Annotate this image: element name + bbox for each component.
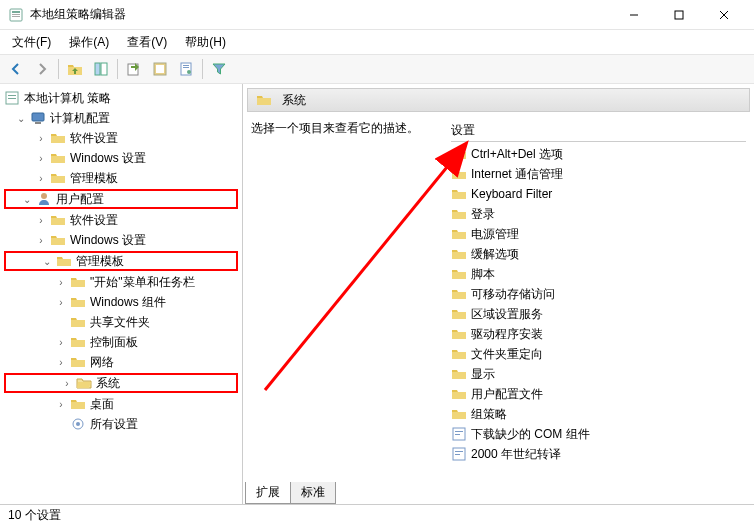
back-button[interactable] — [4, 57, 28, 81]
settings-column-header[interactable]: 设置 — [451, 120, 746, 142]
tree-uc-software[interactable]: ›软件设置 — [0, 210, 242, 230]
list-item[interactable]: Ctrl+Alt+Del 选项 — [451, 144, 746, 164]
tree-system[interactable]: ›系统 — [4, 373, 238, 393]
list-item[interactable]: 组策略 — [451, 404, 746, 424]
folder-icon — [451, 246, 467, 262]
menu-help[interactable]: 帮助(H) — [177, 32, 234, 53]
list-item-label: 缓解选项 — [471, 246, 519, 263]
folder-open-icon — [76, 375, 92, 391]
tree-control-panel[interactable]: ›控制面板 — [0, 332, 242, 352]
list-item[interactable]: Keyboard Filter — [451, 184, 746, 204]
minimize-button[interactable] — [611, 0, 656, 30]
expander-icon[interactable]: › — [54, 355, 68, 369]
expander-icon[interactable]: › — [60, 376, 74, 390]
tree-computer-config[interactable]: ⌄ 计算机配置 — [0, 108, 242, 128]
forward-button[interactable] — [30, 57, 54, 81]
svg-rect-19 — [8, 98, 16, 99]
list-item[interactable]: Internet 通信管理 — [451, 164, 746, 184]
details-pane: 系统 选择一个项目来查看它的描述。 设置 Ctrl+Alt+Del 选项Inte… — [243, 84, 754, 504]
folder-icon — [256, 92, 272, 108]
expander-icon[interactable]: ⌄ — [40, 254, 54, 268]
toolbar — [0, 54, 754, 84]
expander-icon[interactable]: › — [54, 295, 68, 309]
settings-list[interactable]: 设置 Ctrl+Alt+Del 选项Internet 通信管理Keyboard … — [451, 120, 746, 500]
svg-rect-12 — [156, 65, 164, 73]
expander-icon[interactable]: › — [54, 275, 68, 289]
filter-button[interactable] — [207, 57, 231, 81]
expander-icon[interactable]: › — [34, 151, 48, 165]
list-item[interactable]: 文件夹重定向 — [451, 344, 746, 364]
list-item-label: 电源管理 — [471, 226, 519, 243]
expander-icon[interactable]: ⌄ — [14, 111, 28, 125]
list-item[interactable]: 脚本 — [451, 264, 746, 284]
tree-pane[interactable]: 本地计算机 策略 ⌄ 计算机配置 ›软件设置 ›Windows 设置 ›管理模板… — [0, 84, 243, 504]
tree-uc-windows[interactable]: ›Windows 设置 — [0, 230, 242, 250]
list-item[interactable]: 电源管理 — [451, 224, 746, 244]
svg-rect-2 — [12, 14, 20, 15]
tree-start-menu[interactable]: ›"开始"菜单和任务栏 — [0, 272, 242, 292]
tab-standard[interactable]: 标准 — [290, 482, 336, 504]
list-item-label: Ctrl+Alt+Del 选项 — [471, 146, 563, 163]
list-item[interactable]: 2000 年世纪转译 — [451, 444, 746, 464]
tree-cc-software[interactable]: ›软件设置 — [0, 128, 242, 148]
tree-uc-templates[interactable]: ⌄管理模板 — [4, 251, 238, 271]
menu-view[interactable]: 查看(V) — [119, 32, 175, 53]
close-button[interactable] — [701, 0, 746, 30]
expander-icon[interactable]: › — [34, 233, 48, 247]
list-item[interactable]: 驱动程序安装 — [451, 324, 746, 344]
folder-icon — [451, 286, 467, 302]
expander-icon[interactable]: › — [54, 397, 68, 411]
maximize-button[interactable] — [656, 0, 701, 30]
tree-desktop[interactable]: ›桌面 — [0, 394, 242, 414]
svg-rect-8 — [95, 63, 100, 75]
list-item-label: 驱动程序安装 — [471, 326, 543, 343]
settings-icon — [70, 416, 86, 432]
tree-user-config[interactable]: ⌄ 用户配置 — [4, 189, 238, 209]
list-item[interactable]: 用户配置文件 — [451, 384, 746, 404]
list-item[interactable]: 显示 — [451, 364, 746, 384]
list-item[interactable]: 区域设置服务 — [451, 304, 746, 324]
list-item-label: 区域设置服务 — [471, 306, 543, 323]
svg-rect-1 — [12, 11, 20, 13]
up-button[interactable] — [63, 57, 87, 81]
svg-rect-30 — [455, 454, 460, 455]
tree-cc-windows[interactable]: ›Windows 设置 — [0, 148, 242, 168]
expander-icon[interactable]: › — [34, 213, 48, 227]
tree-shared-folders[interactable]: 共享文件夹 — [0, 312, 242, 332]
menu-action[interactable]: 操作(A) — [61, 32, 117, 53]
status-text: 10 个设置 — [8, 507, 61, 524]
folder-icon — [56, 253, 72, 269]
svg-rect-15 — [183, 67, 189, 68]
tab-extended[interactable]: 扩展 — [245, 482, 291, 504]
view-tabs: 扩展 标准 — [245, 482, 335, 504]
folder-icon — [70, 334, 86, 350]
properties-button[interactable] — [174, 57, 198, 81]
list-item[interactable]: 登录 — [451, 204, 746, 224]
expander-icon[interactable]: › — [34, 131, 48, 145]
expander-icon[interactable]: › — [34, 171, 48, 185]
refresh-button[interactable] — [148, 57, 172, 81]
menu-file[interactable]: 文件(F) — [4, 32, 59, 53]
tree-cc-templates[interactable]: ›管理模板 — [0, 168, 242, 188]
list-item-label: 脚本 — [471, 266, 495, 283]
folder-icon — [70, 396, 86, 412]
expander-icon[interactable]: › — [54, 335, 68, 349]
policy-icon — [4, 90, 20, 106]
list-item[interactable]: 下载缺少的 COM 组件 — [451, 424, 746, 444]
window-title: 本地组策略编辑器 — [30, 6, 611, 23]
tree-all-settings[interactable]: 所有设置 — [0, 414, 242, 434]
list-item-label: 2000 年世纪转译 — [471, 446, 561, 463]
tree-root[interactable]: 本地计算机 策略 — [0, 88, 242, 108]
expander-icon[interactable]: ⌄ — [20, 192, 34, 206]
tree-win-components[interactable]: ›Windows 组件 — [0, 292, 242, 312]
show-hide-tree-button[interactable] — [89, 57, 113, 81]
list-item[interactable]: 缓解选项 — [451, 244, 746, 264]
menubar: 文件(F) 操作(A) 查看(V) 帮助(H) — [0, 30, 754, 54]
folder-icon — [50, 170, 66, 186]
list-item-label: 组策略 — [471, 406, 507, 423]
tree-network[interactable]: ›网络 — [0, 352, 242, 372]
list-item[interactable]: 可移动存储访问 — [451, 284, 746, 304]
folder-icon — [451, 146, 467, 162]
svg-rect-18 — [8, 95, 16, 96]
export-button[interactable] — [122, 57, 146, 81]
